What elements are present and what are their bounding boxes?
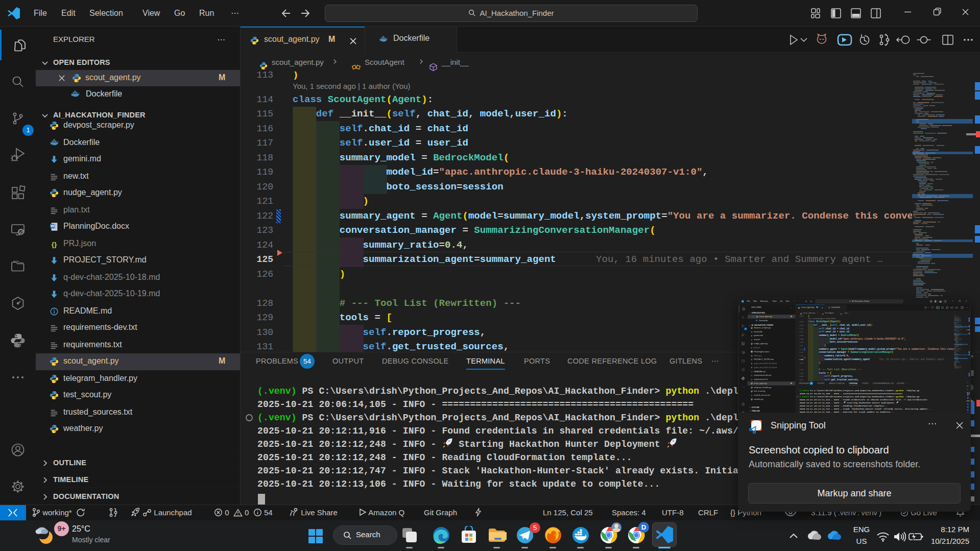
svg-text:{}: {}: [52, 241, 57, 248]
svg-text:{}: {}: [751, 355, 753, 357]
svg-text:W: W: [51, 224, 55, 228]
svg-text:W: W: [751, 351, 752, 352]
